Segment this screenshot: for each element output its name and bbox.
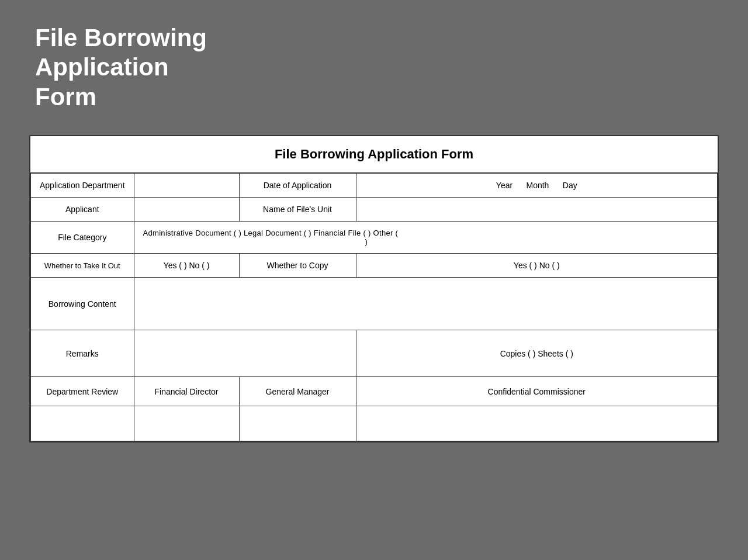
borrowing-content-value[interactable] (134, 278, 717, 330)
form-title: File Borrowing Application Form (41, 147, 707, 162)
borrowing-content-label: Borrowing Content (31, 278, 134, 330)
form-title-row: File Borrowing Application Form (30, 136, 718, 173)
file-category-label: File Category (31, 222, 134, 254)
general-manager-label: General Manager (239, 377, 356, 406)
application-department-label: Application Department (31, 174, 134, 198)
date-parts-cell: Year Month Day (356, 174, 717, 198)
form-container: File Borrowing Application Form Applicat… (29, 135, 719, 443)
day-label: Day (563, 181, 577, 190)
page-title: File Borrowing Application Form (35, 23, 725, 112)
copies-sheets: Copies ( ) Sheets ( ) (356, 330, 717, 377)
file-category-options: Administrative Document ( ) Legal Docume… (134, 222, 717, 254)
year-label: Year (496, 181, 512, 190)
whether-copy-label: Whether to Copy (239, 254, 356, 278)
whether-take-it-out-options: Yes ( ) No ( ) (134, 254, 239, 278)
applicant-value[interactable] (134, 198, 239, 222)
whether-take-it-out-label: Whether to Take It Out (31, 254, 134, 278)
remarks-value[interactable] (134, 330, 356, 377)
name-of-files-unit-label: Name of File's Unit (239, 198, 356, 222)
applicant-label: Applicant (31, 198, 134, 222)
financial-director-label: Financial Director (134, 377, 239, 406)
month-label: Month (527, 181, 549, 190)
confidential-commissioner-label: Confidential Commissioner (356, 377, 717, 406)
remarks-label: Remarks (31, 330, 134, 377)
application-department-value[interactable] (134, 174, 239, 198)
date-of-application-label: Date of Application (239, 174, 356, 198)
dept-review-signature[interactable] (31, 406, 134, 441)
confidential-commissioner-signature[interactable] (356, 406, 717, 441)
name-of-files-unit-value[interactable] (356, 198, 717, 222)
dept-review-label: Department Review (31, 377, 134, 406)
general-manager-signature[interactable] (239, 406, 356, 441)
financial-director-signature[interactable] (134, 406, 239, 441)
whether-copy-options: Yes ( ) No ( ) (356, 254, 717, 278)
